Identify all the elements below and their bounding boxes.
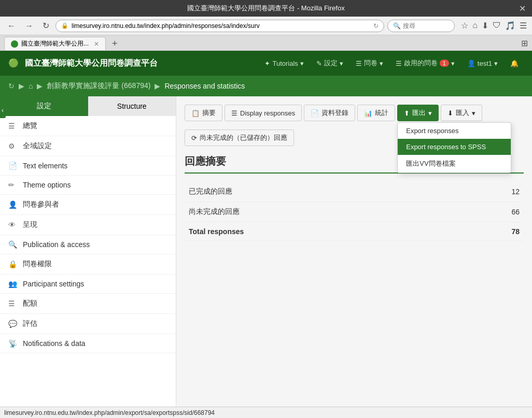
browser-close-button[interactable]: ✕ [519, 4, 526, 13]
tutorials-nav[interactable]: ✦ Tutorials ▾ [259, 57, 309, 69]
sidebar: ‹ 設定 Structure ☰ 總覽 ⚙ 全域設定 📄 Text elemen… [0, 96, 176, 407]
sidebar-item-publication[interactable]: 🔍 Publication & access [0, 235, 176, 254]
browser-toolbar-icons: ☆ ⌂ ⬇ 🛡 🎵 ☰ [460, 20, 528, 32]
completed-label: 已完成的回應 [185, 182, 454, 202]
app-title: 國立臺灣師範大學公用問卷調查平台 [25, 59, 158, 67]
active-survey-label: 啟用的問卷 [404, 59, 438, 68]
tab-bar: 國立臺灣師範大學公用... ✕ + ⊞ [0, 35, 532, 51]
active-survey-badge: 1 [440, 60, 449, 67]
sidebar-item-overview[interactable]: ☰ 總覽 [0, 116, 176, 136]
audio-icon[interactable]: 🎵 [504, 20, 516, 32]
refresh-small-icon[interactable]: ↻ [373, 22, 379, 30]
shield-icon[interactable]: 🛡 [492, 20, 502, 32]
theme-options-label: Theme options [23, 181, 71, 189]
export-responses-item[interactable]: Export responses [398, 123, 511, 139]
survey-dropdown-icon: ▾ [380, 60, 383, 67]
participant-settings-label: Participant settings [23, 280, 84, 288]
grid-icon[interactable]: ⊞ [517, 36, 532, 50]
breadcrumb-separator-2: ▶ [155, 82, 160, 90]
summary-table: 已完成的回應 12 尚未完成的回應 66 Total responses 78 [185, 182, 524, 241]
data-entry-icon: 📄 [311, 109, 319, 117]
breadcrumb-survey-link[interactable]: 創新教學實施課後評量 (668794) [47, 81, 150, 91]
tutorials-label: Tutorials [272, 60, 298, 67]
settings-nav[interactable]: ✎ 設定 ▾ [311, 56, 348, 70]
refresh-button[interactable]: ↻ [39, 20, 52, 32]
export-spss-item[interactable]: Export responses to SPSS [398, 139, 511, 155]
notification-button[interactable]: 🔔 [505, 57, 524, 69]
search-icon: 🔍 [393, 22, 401, 30]
import-icon: ⬇ [447, 109, 453, 117]
main-layout: ‹ 設定 Structure ☰ 總覽 ⚙ 全域設定 📄 Text elemen… [0, 96, 532, 407]
search-input[interactable] [403, 22, 444, 30]
sidebar-resize-handle[interactable] [174, 96, 176, 407]
user-icon: 👤 [467, 60, 475, 67]
export-vv-item[interactable]: 匯出VV問卷檔案 [398, 155, 511, 172]
home-icon[interactable]: ⌂ [471, 20, 479, 32]
sidebar-item-theme-options[interactable]: ✏ Theme options [0, 176, 176, 195]
sidebar-item-text-elements[interactable]: 📄 Text elements [0, 156, 176, 176]
sidebar-item-quota[interactable]: ☰ 配額 [0, 294, 176, 314]
survey-icon: ☰ [356, 60, 362, 67]
data-entry-label: 資料登錄 [321, 108, 348, 118]
user-label: test1 [478, 60, 492, 67]
app-header: 🟢 國立臺灣師範大學公用問卷調查平台 ✦ Tutorials ▾ ✎ 設定 ▾ … [0, 51, 532, 76]
export-button[interactable]: ⬆ 匯出 ▾ [397, 105, 439, 121]
quota-icon: ☰ [8, 299, 18, 308]
forward-button[interactable]: → [22, 20, 36, 32]
breadcrumb-refresh-icon[interactable]: ↻ [8, 82, 15, 90]
sidebar-item-presentation[interactable]: 👁 呈現 [0, 215, 176, 235]
sidebar-item-permissions[interactable]: 🔒 問卷權限 [0, 254, 176, 275]
import-button[interactable]: ⬇ 匯入 ▾ [441, 105, 482, 121]
sidebar-item-global-settings[interactable]: ⚙ 全域設定 [0, 136, 176, 156]
status-text: limesurvey.iro.ntnu.edu.tw/index.php/adm… [4, 409, 215, 416]
quota-label: 配額 [23, 299, 37, 308]
statistics-button[interactable]: 📊 統計 [357, 105, 395, 121]
active-survey-dropdown-icon: ▾ [451, 60, 455, 67]
summary-tab-button[interactable]: 📋 摘要 [185, 105, 222, 121]
back-button[interactable]: ← [4, 20, 19, 32]
url-input[interactable] [72, 22, 370, 30]
data-entry-button[interactable]: 📄 資料登錄 [304, 105, 355, 121]
overview-label: 總覽 [23, 121, 37, 131]
sidebar-item-assessment[interactable]: 💬 評估 [0, 314, 176, 334]
menu-icon[interactable]: ☰ [519, 20, 528, 32]
content-area: 📋 摘要 ☰ Display responses 📄 資料登錄 📊 統計 ⬆ 匯… [176, 96, 532, 407]
survey-label: 問卷 [364, 59, 377, 68]
display-responses-button[interactable]: ☰ Display responses [225, 105, 302, 121]
export-label: 匯出 [412, 108, 426, 118]
display-icon: ☰ [231, 109, 237, 117]
breadcrumb-separator-1: ▶ [37, 82, 43, 90]
incomplete-responses-button[interactable]: ⟳ 尚未完成的（已儲存的）回應 [185, 129, 294, 146]
sidebar-item-notifications[interactable]: 📡 Notifications & data [0, 334, 176, 353]
summary-icon: 📋 [191, 109, 200, 117]
theme-options-icon: ✏ [8, 181, 18, 189]
import-dropdown-chevron: ▾ [472, 109, 475, 117]
address-bar[interactable]: 🔒 ↻ [55, 20, 384, 32]
search-bar[interactable]: 🔍 [387, 20, 455, 32]
breadcrumb-home-link[interactable]: ⌂ [29, 82, 33, 90]
publication-icon: 🔍 [8, 240, 18, 249]
export-dropdown-chevron: ▾ [428, 109, 432, 117]
text-elements-label: Text elements [23, 162, 67, 170]
sidebar-tab-settings[interactable]: 設定 [0, 96, 88, 116]
notifications-label: Notifications & data [23, 339, 86, 348]
browser-tab-active[interactable]: 國立臺灣師範大學公用... ✕ [4, 37, 106, 50]
survey-nav[interactable]: ☰ 問卷 ▾ [351, 56, 388, 70]
new-tab-button[interactable]: + [108, 37, 122, 50]
participant-settings-icon: 👥 [8, 280, 18, 288]
tab-close-icon[interactable]: ✕ [94, 40, 99, 48]
assessment-label: 評估 [23, 319, 37, 328]
active-survey-nav[interactable]: ☰ 啟用的問卷 1 ▾ [390, 56, 460, 70]
sidebar-item-participant-settings[interactable]: 👥 Participant settings [0, 275, 176, 294]
user-nav[interactable]: 👤 test1 ▾ [462, 57, 503, 69]
completed-value: 12 [454, 182, 524, 202]
download-icon[interactable]: ⬇ [481, 20, 489, 32]
table-row-total: Total responses 78 [185, 222, 524, 241]
bookmark-icon[interactable]: ☆ [460, 20, 469, 32]
sidebar-item-participants[interactable]: 👤 問卷參與者 [0, 195, 176, 215]
global-settings-label: 全域設定 [23, 141, 52, 151]
sidebar-tab-structure[interactable]: Structure [88, 96, 176, 116]
overview-icon: ☰ [8, 122, 18, 130]
sidebar-collapse-button[interactable]: ‹ [0, 103, 6, 118]
total-value: 78 [454, 222, 524, 241]
